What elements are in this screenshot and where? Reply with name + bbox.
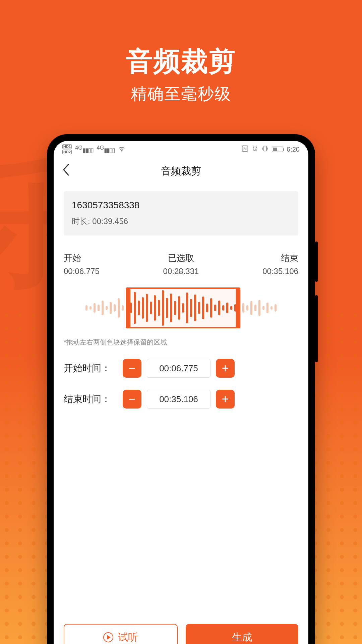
end-time-label: 结束时间： bbox=[64, 393, 117, 406]
phone-mockup: HD1 HD2 4G▮▮▯▯ 4G▮▮▯▯ bbox=[47, 134, 315, 644]
status-bar: HD1 HD2 4G▮▮▯▯ 4G▮▮▯▯ bbox=[54, 141, 308, 158]
preview-label: 试听 bbox=[118, 631, 138, 644]
end-time-value[interactable]: 00:35.106 bbox=[147, 390, 210, 409]
waveform-bar bbox=[85, 305, 87, 311]
waveform-bar bbox=[89, 306, 92, 310]
hero: 音频裁剪 精确至毫秒级 bbox=[0, 0, 362, 105]
waveform-bar bbox=[275, 304, 277, 312]
start-value: 00:06.775 bbox=[64, 267, 100, 276]
waveform-bar bbox=[154, 295, 156, 321]
status-time: 6:20 bbox=[287, 146, 300, 153]
waveform-bar bbox=[94, 303, 96, 313]
waveform-bar bbox=[262, 306, 264, 310]
network-tag: 4G▮▮▯▯ bbox=[75, 145, 93, 154]
selected-label: 已选取 bbox=[163, 252, 199, 264]
waveform-bar bbox=[158, 300, 160, 316]
bottom-bar: 试听 生成 bbox=[54, 616, 308, 644]
end-value: 00:35.106 bbox=[262, 267, 298, 276]
start-label: 开始 bbox=[64, 252, 100, 264]
waveform-bar bbox=[146, 294, 148, 322]
waveform-bar bbox=[250, 301, 252, 315]
battery-icon bbox=[272, 147, 283, 152]
waveform-bar bbox=[254, 305, 256, 311]
waveform-bar bbox=[174, 301, 176, 315]
waveform-bar bbox=[122, 305, 124, 311]
waveform-bar bbox=[218, 301, 220, 316]
network-tag-2: 4G▮▮▯▯ bbox=[97, 145, 115, 154]
waveform-bar bbox=[98, 305, 100, 311]
play-icon bbox=[103, 632, 113, 642]
waveform-bar bbox=[178, 296, 180, 320]
waveform-bar bbox=[194, 294, 196, 321]
file-name: 1630573358338 bbox=[72, 200, 290, 211]
waveform-bar bbox=[138, 301, 140, 316]
phone-screen: HD1 HD2 4G▮▮▯▯ 4G▮▮▯▯ bbox=[54, 141, 308, 644]
end-plus-button[interactable]: + bbox=[216, 390, 235, 409]
waveform-bar bbox=[182, 303, 184, 313]
generate-button[interactable]: 生成 bbox=[186, 624, 298, 644]
preview-button[interactable]: 试听 bbox=[64, 624, 178, 644]
start-plus-button[interactable]: + bbox=[216, 359, 235, 378]
hero-subtitle: 精确至毫秒级 bbox=[0, 83, 362, 105]
waveform[interactable] bbox=[64, 286, 298, 330]
waveform-bar bbox=[150, 302, 152, 314]
waveform-bar bbox=[230, 306, 232, 310]
drag-hint: *拖动左右两侧色块选择保留的区域 bbox=[64, 338, 298, 347]
start-minus-button[interactable]: − bbox=[123, 359, 141, 378]
content: 1630573358338 时长: 00:39.456 开始 00:06.775… bbox=[54, 184, 308, 616]
waveform-bar bbox=[114, 304, 116, 312]
generate-label: 生成 bbox=[232, 631, 252, 644]
waveform-bar bbox=[214, 305, 216, 311]
start-time-label: 开始时间： bbox=[64, 362, 117, 375]
waveform-bar bbox=[142, 297, 144, 319]
end-time-row: 结束时间： − 00:35.106 + bbox=[64, 390, 298, 409]
waveform-bar bbox=[198, 302, 200, 314]
nfc-icon bbox=[242, 145, 248, 154]
file-duration: 时长: 00:39.456 bbox=[72, 216, 290, 227]
navbar-title: 音频裁剪 bbox=[161, 164, 201, 178]
waveform-bar bbox=[170, 293, 172, 322]
start-time-value[interactable]: 00:06.775 bbox=[147, 359, 210, 378]
waveform-bar bbox=[110, 302, 112, 314]
waveform-bar bbox=[242, 303, 244, 313]
navbar: 音频裁剪 bbox=[54, 158, 308, 184]
waveform-bar bbox=[202, 297, 204, 319]
waveform-bar bbox=[210, 298, 212, 318]
waveform-bar bbox=[162, 290, 164, 326]
vibrate-icon bbox=[262, 145, 268, 154]
waveform-bar bbox=[106, 306, 108, 310]
hero-title: 音频裁剪 bbox=[0, 44, 362, 80]
waveform-bar bbox=[222, 305, 224, 311]
svg-rect-2 bbox=[264, 146, 266, 151]
start-time-row: 开始时间： − 00:06.775 + bbox=[64, 359, 298, 378]
selected-value: 00:28.331 bbox=[163, 267, 199, 276]
back-button[interactable] bbox=[62, 164, 70, 179]
waveform-bar bbox=[102, 301, 104, 316]
waveform-bar bbox=[134, 292, 136, 324]
waveform-bar bbox=[166, 298, 168, 318]
hd-indicator: HD1 HD2 bbox=[62, 144, 72, 154]
waveform-bar bbox=[226, 303, 228, 313]
waveform-bar bbox=[206, 304, 208, 312]
waveform-bar bbox=[186, 292, 188, 324]
waveform-bar bbox=[118, 298, 120, 318]
time-marks: 开始 00:06.775 已选取 00:28.331 结束 00:35.106 bbox=[64, 252, 298, 276]
end-minus-button[interactable]: − bbox=[123, 390, 141, 409]
waveform-bar bbox=[270, 306, 273, 310]
waveform-bar bbox=[246, 305, 248, 311]
waveform-bar bbox=[266, 303, 268, 313]
alarm-icon bbox=[252, 145, 258, 154]
wifi-icon bbox=[118, 146, 125, 153]
waveform-bar bbox=[258, 300, 260, 316]
file-info-card: 1630573358338 时长: 00:39.456 bbox=[64, 191, 298, 235]
waveform-bar bbox=[190, 299, 192, 317]
end-label: 结束 bbox=[262, 252, 298, 264]
